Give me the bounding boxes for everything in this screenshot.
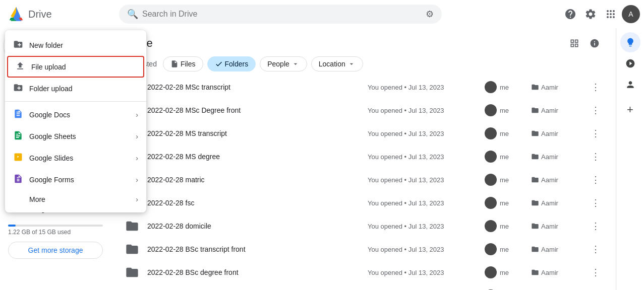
topbar: Drive 🔍 ⚙ A: [0, 0, 644, 28]
right-side-panel: +: [616, 28, 644, 290]
file-more-button[interactable]: ⋮: [588, 197, 604, 208]
search-input[interactable]: [142, 10, 422, 19]
people-filter-chip[interactable]: People: [260, 56, 307, 71]
table-row[interactable]: 2022-02-28 MSc transcript You opened • J…: [111, 76, 616, 99]
table-row[interactable]: 2022-02-28 matric You opened • Jul 13, 2…: [111, 168, 616, 191]
filter-icon[interactable]: ⚙: [426, 9, 434, 20]
file-location: Aamir: [531, 153, 581, 161]
file-owner: me: [485, 197, 525, 209]
file-icon: [123, 286, 141, 290]
owner-avatar: [485, 174, 497, 186]
location-filter-chip[interactable]: Location: [311, 56, 363, 71]
file-location: Aamir: [531, 106, 581, 114]
google-docs-icon: [13, 109, 23, 120]
app-title: Drive: [28, 9, 52, 20]
file-name: 2022-02-28 BSc degree front: [147, 268, 362, 276]
file-more-button[interactable]: ⋮: [588, 174, 604, 185]
dropdown-item-file-upload[interactable]: File upload: [7, 56, 144, 78]
chevron-right-icon: ›: [136, 132, 138, 140]
file-owner: me: [485, 81, 525, 93]
owner-avatar: [485, 197, 497, 209]
file-name: 2022-02-28 MS degree: [147, 153, 362, 161]
storage-text: 1.22 GB of 15 GB used: [8, 229, 103, 236]
table-row[interactable]: 2022-02-28 MS transcript You opened • Ju…: [111, 122, 616, 145]
dropdown-item-google-sheets[interactable]: Google Sheets ›: [5, 125, 146, 147]
file-list: 2022-02-28 MSc transcript You opened • J…: [111, 76, 616, 290]
google-slides-icon: [13, 152, 23, 164]
file-location: Aamir: [531, 129, 581, 137]
get-more-storage-button[interactable]: Get more storage: [8, 242, 103, 259]
file-more-button[interactable]: ⋮: [588, 128, 604, 139]
settings-icon[interactable]: [581, 5, 600, 23]
support-icon[interactable]: [561, 5, 579, 23]
google-forms-icon: [13, 174, 23, 185]
file-date: You opened • Jul 13, 2023: [368, 199, 479, 207]
file-location: Aamir: [531, 199, 581, 207]
tasks-icon-button[interactable]: [620, 53, 640, 74]
contacts-icon-button[interactable]: [620, 75, 640, 95]
file-location: Aamir: [531, 83, 581, 91]
file-more-button[interactable]: ⋮: [588, 267, 604, 278]
owner-avatar: [485, 81, 497, 93]
table-row[interactable]: 2022-02-28 MSc Degree front You opened •…: [111, 99, 616, 122]
file-name: 2022-02-28 domicile: [147, 222, 362, 230]
file-location: Aamir: [531, 176, 581, 184]
owner-avatar: [485, 266, 497, 278]
dropdown-item-label: Google Forms: [29, 176, 74, 184]
table-row[interactable]: Aamir You opened • Jul 13, 2023 me Aamir…: [111, 284, 616, 290]
dropdown-item-google-forms[interactable]: Google Forms ›: [5, 169, 146, 190]
file-name: 2022-02-28 MSc Degree front: [147, 106, 362, 114]
file-upload-icon: [15, 61, 25, 72]
file-owner: me: [485, 104, 525, 116]
file-date: You opened • Jul 13, 2023: [368, 84, 479, 91]
file-icon: [123, 263, 141, 281]
dropdown-item-folder-upload[interactable]: Folder upload: [5, 78, 146, 99]
table-row[interactable]: 2022-02-28 BSc degree front You opened •…: [111, 261, 616, 284]
account-avatar[interactable]: A: [622, 5, 640, 23]
chevron-right-icon: ›: [136, 111, 138, 119]
main-panel: Home Suggested Files: [111, 28, 616, 290]
file-date: You opened • Jul 13, 2023: [368, 130, 479, 137]
file-name: 2022-02-28 MS transcript: [147, 129, 362, 137]
table-row[interactable]: 2022-02-28 MS degree You opened • Jul 13…: [111, 145, 616, 168]
file-owner: me: [485, 220, 525, 232]
info-button[interactable]: [586, 34, 604, 52]
file-more-button[interactable]: ⋮: [588, 244, 604, 255]
file-name: 2022-02-28 BSc transcript front: [147, 245, 362, 253]
table-row[interactable]: 2022-02-28 domicile You opened • Jul 13,…: [111, 214, 616, 238]
dropdown-item-google-slides[interactable]: Google Slides ›: [5, 147, 146, 169]
chevron-right-icon: ›: [136, 154, 138, 162]
file-owner: me: [485, 127, 525, 139]
apps-icon[interactable]: [602, 5, 620, 23]
keep-icon-button[interactable]: [620, 32, 640, 52]
table-row[interactable]: 2022-02-28 BSc transcript front You open…: [111, 238, 616, 261]
owner-avatar: [485, 220, 497, 232]
file-more-button[interactable]: ⋮: [588, 82, 604, 93]
file-date: You opened • Jul 13, 2023: [368, 176, 479, 184]
file-name: 2022-02-28 matric: [147, 176, 362, 184]
file-more-button[interactable]: ⋮: [588, 151, 604, 162]
dropdown-item-google-docs[interactable]: Google Docs ›: [5, 104, 146, 125]
file-date: You opened • Jul 13, 2023: [368, 246, 479, 253]
file-more-button[interactable]: ⋮: [588, 105, 604, 116]
file-date: You opened • Jul 13, 2023: [368, 269, 479, 276]
grid-view-button[interactable]: [565, 34, 583, 52]
table-row[interactable]: 2022-02-28 fsc You opened • Jul 13, 2023…: [111, 191, 616, 214]
file-more-button[interactable]: ⋮: [588, 221, 604, 232]
folders-filter-chip[interactable]: Folders: [207, 56, 256, 71]
file-owner: me: [485, 266, 525, 278]
dropdown-item-new-folder[interactable]: New folder: [5, 34, 146, 56]
dropdown-item-label: More: [29, 195, 45, 203]
dropdown-item-more[interactable]: More ›: [5, 190, 146, 208]
dropdown-item-label: New folder: [29, 41, 63, 49]
owner-avatar: [485, 127, 497, 139]
files-filter-chip[interactable]: Files: [163, 56, 203, 71]
dropdown-item-label: Folder upload: [29, 85, 73, 93]
new-dropdown-menu: New folder File upload Folder upload Goo…: [5, 30, 146, 212]
file-owner: me: [485, 174, 525, 186]
file-location: Aamir: [531, 222, 581, 230]
add-panel-button[interactable]: +: [620, 100, 640, 120]
new-folder-icon: [13, 39, 23, 51]
file-date: You opened • Jul 13, 2023: [368, 153, 479, 161]
file-icon: [123, 240, 141, 258]
